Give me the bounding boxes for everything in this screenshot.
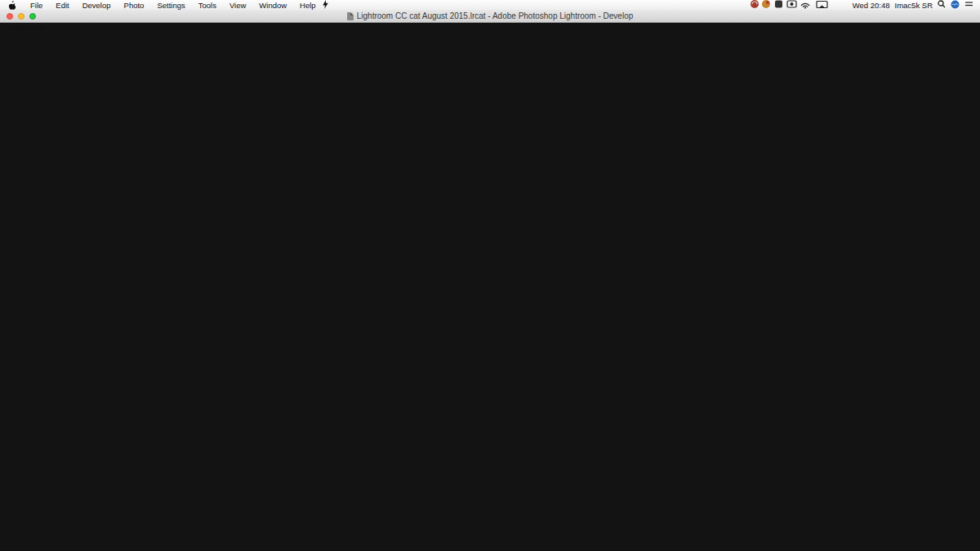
lightroom-window: Lightroom File Edit Develop Photo Settin… — [0, 0, 980, 551]
status-icons[interactable] — [750, 0, 848, 11]
spotlight-search-icon[interactable] — [938, 0, 946, 10]
bolt-plugin-icon[interactable] — [323, 0, 328, 11]
siri-icon[interactable] — [951, 0, 960, 11]
notification-center-icon[interactable] — [964, 0, 973, 10]
window-title: Lightroom CC cat August 2015.lrcat - Ado… — [357, 11, 634, 20]
menu-lightroom[interactable]: Lightroom — [0, 23, 980, 551]
menu-help[interactable]: Help — [293, 1, 323, 10]
minimize-button[interactable] — [18, 13, 24, 20]
menu-photo[interactable]: Photo — [118, 1, 151, 10]
window-titlebar[interactable]: Lightroom CC cat August 2015.lrcat - Ado… — [0, 10, 980, 23]
menu-edit[interactable]: Edit — [49, 1, 75, 10]
menu-window[interactable]: Window — [252, 1, 293, 10]
menu-tools[interactable]: Tools — [192, 1, 223, 10]
menu-file[interactable]: File — [24, 1, 49, 10]
close-button[interactable] — [7, 13, 13, 20]
menu-settings[interactable]: Settings — [150, 1, 191, 10]
zoom-button[interactable] — [29, 13, 36, 20]
input-source[interactable]: Imac5k SR — [895, 1, 933, 10]
macos-menubar: Lightroom File Edit Develop Photo Settin… — [0, 0, 980, 10]
clock[interactable]: Wed 20:48 — [853, 1, 890, 10]
menu-develop[interactable]: Develop — [76, 1, 118, 10]
document-icon — [347, 12, 354, 20]
apple-menu-icon[interactable] — [8, 1, 16, 10]
menu-view[interactable]: View — [223, 1, 252, 10]
